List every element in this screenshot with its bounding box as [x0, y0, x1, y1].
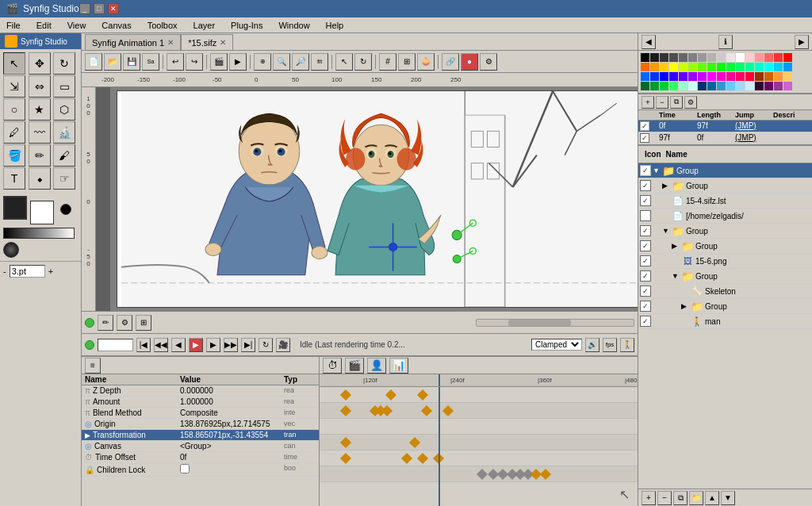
keyframe-1-1[interactable]: [340, 389, 351, 401]
keyframe-5-1[interactable]: [340, 453, 351, 464]
play-btn[interactable]: ▶: [189, 338, 203, 352]
info-btn[interactable]: ℹ: [718, 35, 733, 49]
palette-cell-40[interactable]: [717, 72, 726, 81]
tb-zoom-target[interactable]: ⊕: [254, 53, 271, 71]
palette-cell-0[interactable]: [641, 53, 649, 62]
man-btn[interactable]: 🚶: [620, 338, 634, 352]
palette-cell-63[interactable]: [783, 82, 792, 90]
lf-add-btn[interactable]: +: [642, 491, 656, 505]
keyframe-6-1[interactable]: [477, 469, 488, 480]
palette-cell-44[interactable]: [755, 72, 764, 81]
current-frame-input[interactable]: 257f: [98, 339, 133, 351]
prop-blend[interactable]: π Blend Method Composite inte: [82, 408, 319, 419]
kf-check-2[interactable]: ✓: [640, 133, 659, 143]
tb-save-as[interactable]: Sa: [142, 53, 159, 71]
keyframe-4-1[interactable]: [340, 437, 351, 448]
palette-cell-14[interactable]: [774, 53, 783, 62]
palette-cell-10[interactable]: [736, 53, 745, 62]
kf-add-btn[interactable]: +: [642, 96, 654, 109]
palette-cell-19[interactable]: [669, 63, 678, 71]
keyframe-1-2[interactable]: [385, 389, 396, 401]
tb-rotate-tool[interactable]: ↻: [354, 53, 372, 71]
tb-new[interactable]: 📄: [85, 53, 102, 71]
layer-check-6[interactable]: ✓: [640, 240, 651, 251]
prop-zdepth[interactable]: π Z Depth 0.000000 rea: [82, 385, 319, 397]
tool-text[interactable]: T: [3, 167, 25, 190]
palette-cell-35[interactable]: [669, 72, 678, 81]
tool-feather[interactable]: 〰: [29, 121, 51, 144]
prev-frame-btn[interactable]: ◀: [171, 338, 186, 352]
canvas-edit-btn[interactable]: ✏: [98, 315, 113, 331]
next-frame-btn[interactable]: ▶: [206, 338, 220, 352]
tool-sketch[interactable]: ✏: [29, 144, 51, 167]
h-scrollbar[interactable]: [476, 319, 634, 327]
tool-node[interactable]: ⬥: [29, 167, 51, 190]
layer-row-group1[interactable]: ✓ ▼ 📁 Group: [638, 163, 812, 178]
palette-cell-30[interactable]: [774, 63, 783, 71]
tb-transform-tool[interactable]: ↖: [335, 53, 353, 71]
tool-scale[interactable]: ⇲: [3, 75, 25, 98]
lf-del-btn[interactable]: −: [657, 491, 672, 505]
menu-view[interactable]: View: [64, 21, 90, 30]
palette-cell-59[interactable]: [745, 82, 754, 90]
palette-cell-41[interactable]: [726, 72, 735, 81]
tb-grid-snap[interactable]: ⊞: [398, 53, 416, 71]
h-scrollbar-thumb[interactable]: [508, 320, 571, 326]
size-plus[interactable]: +: [48, 266, 53, 276]
tb-zoom-in[interactable]: 🔍: [273, 53, 290, 71]
palette-cell-15[interactable]: [783, 53, 792, 62]
tool-bline[interactable]: 🖊: [3, 121, 25, 144]
layer-check-1[interactable]: ✓: [640, 165, 651, 176]
palette-cell-34[interactable]: [660, 72, 668, 81]
layer-arrow-2[interactable]: ▶: [662, 182, 672, 190]
palette-cell-57[interactable]: [726, 82, 735, 90]
layer-check-7[interactable]: ✓: [640, 255, 651, 266]
palette-cell-26[interactable]: [736, 63, 745, 71]
tool-transform[interactable]: ↖: [3, 52, 25, 75]
prop-origin[interactable]: ◎ Origin 138.876925px,12.714575 vec: [82, 419, 319, 430]
layer-check-2[interactable]: ✓: [640, 180, 651, 191]
canvas-view[interactable]: [110, 87, 638, 311]
palette-cell-38[interactable]: [698, 72, 707, 81]
palette-cell-46[interactable]: [774, 72, 783, 81]
keyframe-1-3[interactable]: [417, 389, 428, 401]
tl-btn-3[interactable]: 👤: [367, 358, 386, 374]
tb-grid-show[interactable]: #: [379, 53, 396, 71]
frames-btn[interactable]: fps: [603, 338, 617, 352]
tool-rectangle[interactable]: ▭: [53, 75, 75, 98]
nav-next-btn[interactable]: ▶: [795, 35, 809, 49]
clamp-select[interactable]: Clamped Looping Bouncing: [531, 339, 582, 351]
prop-timeoffset[interactable]: ⏱ Time Offset 0f time: [82, 452, 319, 463]
palette-cell-60[interactable]: [755, 82, 764, 90]
layer-check-11[interactable]: ✓: [640, 316, 651, 327]
palette-cell-53[interactable]: [688, 82, 697, 90]
layer-row-file2[interactable]: 📄 [/home/zelgadis/: [638, 209, 812, 224]
lf-dup-btn[interactable]: ⧉: [673, 491, 688, 505]
palette-cell-23[interactable]: [707, 63, 716, 71]
tab-15sifz[interactable]: *15.sifz ✕: [181, 34, 233, 50]
palette-cell-49[interactable]: [650, 82, 659, 90]
tool-rotate[interactable]: ↻: [53, 52, 75, 75]
tb-settings[interactable]: ⚙: [480, 53, 497, 71]
menu-help[interactable]: Help: [323, 21, 347, 30]
palette-cell-2[interactable]: [660, 53, 668, 62]
tb-toggle-anim[interactable]: ●: [461, 53, 478, 71]
palette-cell-61[interactable]: [764, 82, 773, 90]
kf-jump-2[interactable]: (JMP): [735, 133, 773, 143]
layer-check-5[interactable]: ✓: [640, 225, 651, 236]
layer-check-9[interactable]: ✓: [640, 286, 651, 297]
layer-row-file1[interactable]: ✓ 📄 15-4.sifz.lst: [638, 194, 812, 209]
tl-btn-1[interactable]: ⏱: [323, 358, 342, 374]
outline-color[interactable]: [3, 242, 19, 258]
palette-cell-9[interactable]: [726, 53, 735, 62]
palette-cell-48[interactable]: [641, 82, 649, 90]
tool-polygon[interactable]: ⬡: [53, 98, 75, 121]
tab-close-2[interactable]: ✕: [220, 38, 226, 47]
layer-row-group6[interactable]: ✓ ▶ 📁 Group: [638, 299, 812, 314]
palette-cell-50[interactable]: [660, 82, 668, 90]
tool-draw[interactable]: 🖌: [53, 144, 75, 167]
kf-props-btn[interactable]: ⚙: [684, 96, 697, 109]
layer-row-skeleton[interactable]: ✓ 🦴 Skeleton: [638, 284, 812, 299]
tl-btn-2[interactable]: 🎬: [345, 358, 364, 374]
prop-childrenlock[interactable]: 🔒 Children Lock boo: [82, 463, 319, 477]
